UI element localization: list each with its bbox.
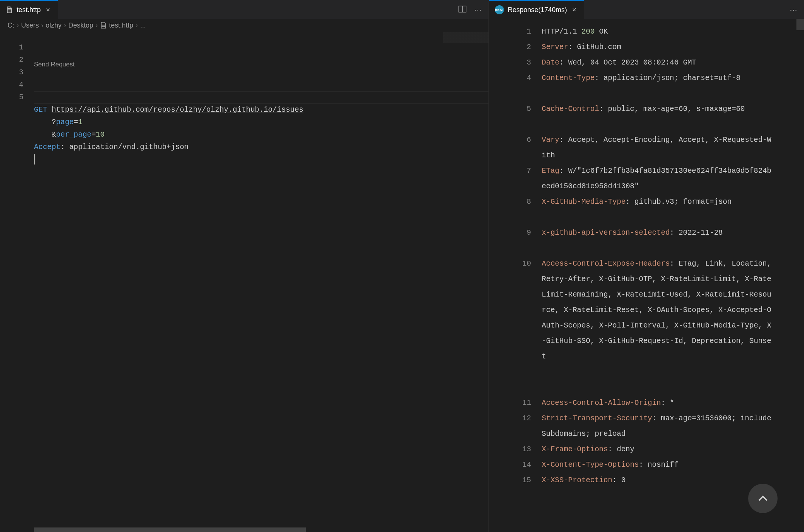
chevron-icon: › (41, 22, 43, 29)
left-editor-group: test.http × ⋯ C: › Users › olzhy › Deskt… (0, 0, 489, 532)
code-line[interactable]: &per_page=10 (34, 129, 488, 141)
tab-bar-right: REST Response(1740ms) × ⋯ (489, 0, 804, 19)
horizontal-scrollbar[interactable] (34, 525, 488, 532)
tab-actions-left: ⋯ (458, 1, 488, 19)
response-line: Content-Type: application/json; charset=… (542, 71, 772, 101)
editor-body-right[interactable]: 123456789101112131415 HTTP/1.1 200 OKSer… (489, 19, 804, 532)
response-line: ETag: W/"1c6f7b2ffb3b4fa81d357130ee624ff… (542, 163, 772, 194)
response-line: Access-Control-Allow-Origin: * (542, 395, 772, 411)
breadcrumb[interactable]: C: › Users › olzhy › Desktop › test.http… (0, 19, 488, 32)
code-line[interactable]: Accept: application/vnd.github+json (34, 141, 488, 154)
crumb[interactable]: ... (140, 22, 146, 29)
crumb[interactable]: C: (8, 22, 14, 29)
chevron-icon: › (95, 22, 98, 29)
tab-test-http[interactable]: test.http × (0, 0, 58, 19)
close-icon[interactable]: × (45, 5, 52, 15)
scrollbar-thumb[interactable] (34, 527, 306, 532)
response-line: Strict-Transport-Security: max-age=31536… (542, 411, 772, 442)
file-icon (6, 6, 13, 13)
right-editor-group: REST Response(1740ms) × ⋯ 12345678910111… (489, 0, 804, 532)
tab-bar-left: test.http × ⋯ (0, 0, 488, 19)
crumb[interactable]: olzhy (46, 22, 62, 29)
crumb[interactable]: test.http (109, 22, 133, 29)
chevron-icon: › (64, 22, 66, 29)
response-code-area[interactable]: HTTP/1.1 200 OKServer: GitHub.comDate: W… (542, 24, 804, 532)
editor-body-left[interactable]: 12345 Send Request GET https://api.githu… (0, 32, 488, 532)
scrollbar-thumb[interactable] (796, 19, 804, 30)
line-gutter: 123456789101112131415 (489, 24, 542, 532)
tab-label: test.http (17, 6, 41, 14)
response-line: X-Content-Type-Options: nosniff (542, 457, 772, 473)
response-line: Vary: Accept, Accept-Encoding, Accept, X… (542, 132, 772, 163)
response-line: X-XSS-Protection: 0 (542, 473, 772, 488)
minimap[interactable] (443, 32, 488, 532)
crumb[interactable]: Users (21, 22, 39, 29)
more-icon[interactable]: ⋯ (790, 5, 797, 14)
response-line: x-github-api-version-selected: 2022-11-2… (542, 225, 772, 256)
more-icon[interactable]: ⋯ (474, 5, 482, 14)
tab-label: Response(1740ms) (508, 6, 567, 14)
response-line: Server: GitHub.com (542, 40, 772, 55)
code-area[interactable]: Send Request GET https://api.github.com/… (34, 32, 488, 532)
rest-icon: REST (495, 5, 504, 14)
code-line[interactable]: GET https://api.github.com/repos/olzhy/o… (34, 104, 488, 116)
response-line: X-Frame-Options: deny (542, 442, 772, 457)
chevron-icon: › (136, 22, 138, 29)
response-line: Access-Control-Expose-Headers: ETag, Lin… (542, 256, 772, 395)
line-gutter: 12345 (0, 32, 34, 532)
tab-response[interactable]: REST Response(1740ms) × (489, 0, 584, 19)
close-icon[interactable]: × (571, 5, 578, 15)
response-line: Cache-Control: public, max-age=60, s-max… (542, 101, 772, 132)
response-line: Date: Wed, 04 Oct 2023 08:02:46 GMT (542, 55, 772, 71)
send-request-codelens[interactable]: Send Request (34, 58, 75, 71)
tab-actions-right: ⋯ (790, 1, 804, 19)
response-line: X-GitHub-Media-Type: github.v3; format=j… (542, 194, 772, 225)
scroll-to-top-button[interactable] (748, 484, 778, 513)
code-line[interactable]: ?page=1 (34, 116, 488, 129)
split-editor-icon[interactable] (458, 5, 467, 15)
response-line: HTTP/1.1 200 OK (542, 24, 772, 40)
chevron-icon: › (17, 22, 19, 29)
file-icon (100, 22, 107, 29)
code-line[interactable] (34, 154, 488, 166)
minimap-content (443, 32, 488, 43)
crumb[interactable]: Desktop (68, 22, 93, 29)
vertical-scrollbar[interactable] (796, 19, 804, 532)
